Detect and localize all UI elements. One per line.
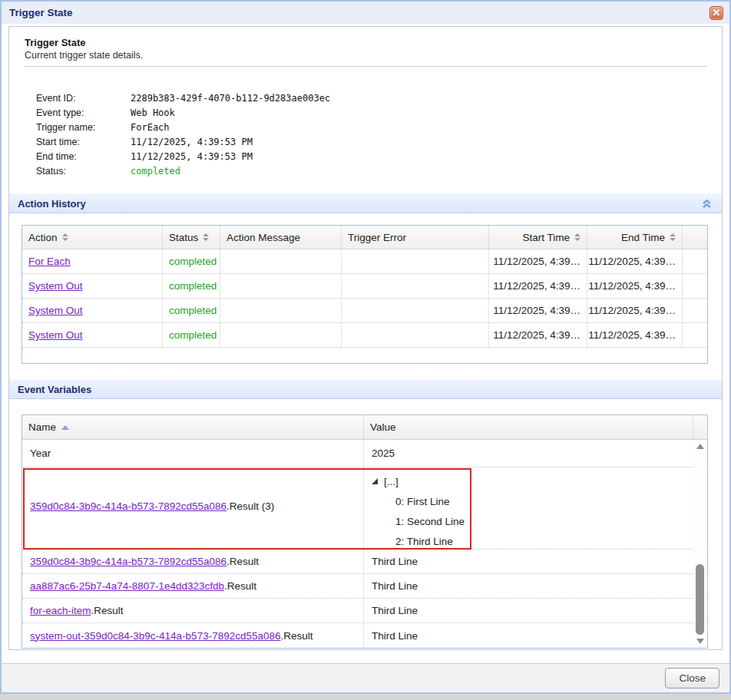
- status-cell: completed: [169, 305, 217, 316]
- event-variables-header[interactable]: Event Variables: [9, 379, 722, 399]
- scrollbar-thumb[interactable]: [696, 564, 704, 635]
- variable-name-cell: for-each-item.Result: [22, 599, 364, 622]
- variable-name-cell: system-out-359d0c84-3b9c-414a-b573-7892c…: [22, 623, 364, 648]
- tree-child-node: 0: First Line: [372, 491, 465, 511]
- variable-name-cell: Year: [22, 440, 364, 467]
- column-header-spacer: [683, 226, 707, 249]
- variable-suffix: .Result: [224, 580, 256, 592]
- end-time-cell: 11/12/2025, 4:39…: [587, 249, 683, 273]
- field-value: 2289b383-429f-4070-b112-9d283ae003ec: [131, 93, 330, 104]
- column-header-status[interactable]: Status: [163, 226, 220, 249]
- action-message-cell: [220, 249, 342, 273]
- tree-expanded-icon[interactable]: [372, 478, 378, 484]
- end-time-cell: 11/12/2025, 4:39…: [587, 299, 683, 322]
- variable-suffix: .Result: [227, 556, 259, 567]
- sort-icon: [62, 233, 68, 241]
- table-row: System Out completed 11/12/2025, 4:39… 1…: [22, 299, 707, 323]
- dialog-titlebar: Trigger State ✕: [2, 2, 729, 24]
- start-time-cell: 11/12/2025, 4:39…: [489, 249, 587, 273]
- variable-name-cell: aa887ac6-25b7-4a74-8807-1e4dd323cfdb.Res…: [22, 574, 364, 598]
- field-label: Status:: [36, 166, 131, 177]
- column-header-trigger-error[interactable]: Trigger Error: [342, 226, 489, 249]
- table-row: for-each-item.Result Third Line: [22, 599, 707, 623]
- event-variables-table: Name Value Year 2025 359: [22, 414, 708, 649]
- tree-root-node[interactable]: [...]: [372, 471, 465, 491]
- action-history-table: Action Status Action Message Trigger Err…: [22, 225, 708, 364]
- variable-suffix: .Result: [280, 630, 313, 642]
- sort-ascending-icon: [61, 425, 69, 430]
- action-message-cell: [220, 299, 342, 322]
- column-header-end-time[interactable]: End Time: [587, 226, 683, 249]
- variable-value-cell: Third Line: [364, 574, 707, 598]
- variable-link[interactable]: system-out-359d0c84-3b9c-414a-b573-7892c…: [30, 630, 280, 642]
- status-cell: completed: [169, 329, 217, 341]
- trigger-detail-fields: Event ID: 2289b383-429f-4070-b112-9d283a…: [36, 91, 706, 178]
- variable-suffix: .Result (3): [227, 500, 274, 512]
- tree-child-node: 1: Second Line: [372, 511, 465, 531]
- dialog-footer: Close: [2, 663, 729, 692]
- column-header-action-message[interactable]: Action Message: [220, 226, 342, 249]
- column-header-action[interactable]: Action: [22, 226, 163, 249]
- variable-value-cell: 2025: [364, 440, 707, 467]
- scroll-up-arrow-icon[interactable]: [696, 444, 704, 449]
- action-message-cell: [220, 274, 342, 298]
- tree-child-node: 2: Third Line: [372, 531, 465, 549]
- variable-link[interactable]: 359d0c84-3b9c-414a-b573-7892cd55a086: [30, 500, 227, 512]
- overview-section: Trigger State Current trigger state deta…: [9, 27, 722, 178]
- table-empty-space: [22, 348, 707, 363]
- dialog-content: Trigger State Current trigger state deta…: [2, 24, 729, 663]
- action-link[interactable]: System Out: [28, 305, 83, 316]
- field-label: Start time:: [36, 137, 131, 147]
- field-event-id: Event ID: 2289b383-429f-4070-b112-9d283a…: [36, 91, 706, 105]
- column-header-name[interactable]: Name: [22, 415, 364, 439]
- action-history-table-header: Action Status Action Message Trigger Err…: [22, 226, 707, 249]
- field-value: ForEach: [131, 122, 170, 133]
- action-link[interactable]: For Each: [28, 256, 71, 267]
- start-time-cell: 11/12/2025, 4:39…: [489, 323, 587, 347]
- variable-name-cell: 359d0c84-3b9c-414a-b573-7892cd55a086.Res…: [22, 467, 364, 549]
- variable-link[interactable]: aa887ac6-25b7-4a74-8807-1e4dd323cfdb: [30, 580, 224, 592]
- table-row: Year 2025: [22, 440, 707, 467]
- vertical-scrollbar[interactable]: [693, 441, 706, 647]
- variable-link[interactable]: for-each-item: [30, 605, 91, 616]
- field-start-time: Start time: 11/12/2025, 4:39:53 PM: [36, 134, 706, 149]
- scroll-down-arrow-icon[interactable]: [696, 639, 704, 644]
- variable-value-cell: Third Line: [364, 550, 707, 573]
- sort-icon: [574, 233, 580, 241]
- dialog-title: Trigger State: [9, 7, 73, 18]
- table-row: system-out-359d0c84-3b9c-414a-b573-7892c…: [22, 623, 707, 648]
- table-row: For Each completed 11/12/2025, 4:39… 11/…: [22, 249, 707, 274]
- field-value: 11/12/2025, 4:39:53 PM: [131, 151, 253, 162]
- variable-value-cell: Third Line: [364, 599, 707, 622]
- action-link[interactable]: System Out: [28, 329, 83, 341]
- field-label: Event type:: [36, 107, 131, 118]
- overview-subheading: Current trigger state details.: [25, 48, 706, 67]
- action-link[interactable]: System Out: [28, 280, 83, 292]
- action-history-header[interactable]: Action History: [9, 193, 722, 213]
- close-button[interactable]: Close: [665, 668, 719, 688]
- field-value: Web Hook: [131, 107, 175, 118]
- status-value: completed: [131, 166, 180, 177]
- field-label: Trigger name:: [36, 122, 131, 133]
- start-time-cell: 11/12/2025, 4:39…: [489, 299, 587, 322]
- sort-icon: [203, 233, 209, 241]
- status-cell: completed: [169, 256, 217, 267]
- column-header-value[interactable]: Value: [364, 415, 693, 439]
- table-row: 359d0c84-3b9c-414a-b573-7892cd55a086.Res…: [22, 550, 707, 574]
- dialog-close-icon[interactable]: ✕: [710, 6, 723, 20]
- trigger-error-cell: [342, 299, 489, 322]
- trigger-error-cell: [342, 249, 489, 273]
- action-history-title: Action History: [18, 198, 86, 210]
- field-trigger-name: Trigger name: ForEach: [36, 120, 706, 134]
- event-variables-table-header: Name Value: [22, 415, 707, 440]
- end-time-cell: 11/12/2025, 4:39…: [587, 323, 683, 347]
- trigger-error-cell: [342, 274, 489, 298]
- table-row: aa887ac6-25b7-4a74-8807-1e4dd323cfdb.Res…: [22, 574, 707, 599]
- collapse-chevron-up-icon[interactable]: [701, 198, 713, 209]
- column-header-start-time[interactable]: Start Time: [489, 226, 587, 249]
- variable-link[interactable]: 359d0c84-3b9c-414a-b573-7892cd55a086: [30, 556, 227, 567]
- field-status: Status: completed: [36, 163, 706, 178]
- field-value: 11/12/2025, 4:39:53 PM: [131, 137, 253, 147]
- end-time-cell: 11/12/2025, 4:39…: [587, 274, 683, 298]
- event-variables-title: Event Variables: [18, 384, 91, 395]
